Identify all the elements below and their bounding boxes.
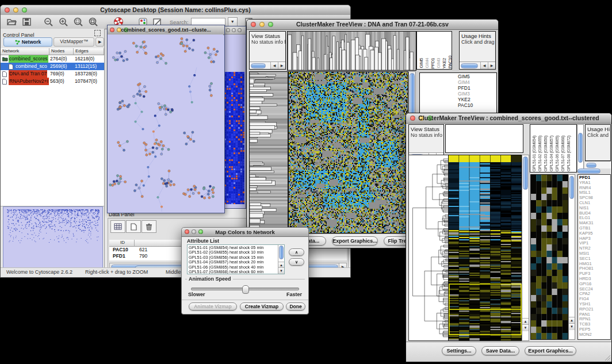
zoom-out-icon[interactable] <box>42 16 55 28</box>
network-row-nodes: 563(0) <box>50 78 64 85</box>
network-row[interactable]: RNAPuberNov2+I563(0)107847(0) <box>1 78 104 85</box>
window-title: Cytoscape Desktop (Session Name: collins… <box>1 6 350 13</box>
status-welcome: Welcome to Cytoscape 2.6.2 <box>6 269 72 275</box>
tv2-usage-hints-text: Click and <box>587 132 610 138</box>
zoom-fit-icon[interactable] <box>87 16 100 28</box>
network-row-nodes: 2764(0) <box>50 55 67 63</box>
zoom-button[interactable] <box>238 28 242 32</box>
tv2-zoom-vscrollbar[interactable]: ▲ ▼ <box>568 174 575 340</box>
network-row[interactable]: DNA and Tran 07769(0)183728(0) <box>1 70 104 78</box>
tv2-view-status-text: No status info f <box>411 132 443 138</box>
animate-vizmap-button[interactable]: Animate Vizmap <box>189 302 237 311</box>
tv1-export-graphics-button[interactable]: Export Graphics... <box>332 236 378 246</box>
dialog-titlebar[interactable]: Map Colors to Network <box>182 228 308 237</box>
treeview2-title: ClusterMaker TreeView : combined_scores_… <box>406 114 611 121</box>
tv1-gene-label[interactable]: GIM4 <box>458 79 496 85</box>
tv2-heatmap-vscrollbar[interactable]: ▲ ▼ <box>522 155 529 341</box>
tv2-zoom-heatmap[interactable] <box>530 174 568 340</box>
tv1-gene-label[interactable]: PAC10 <box>458 102 496 108</box>
delete-attribute-button[interactable] <box>141 220 156 233</box>
network-overview-thumbnail[interactable] <box>3 206 103 269</box>
tv1-usage-hints-scrollbar[interactable]: ◀▶ <box>460 62 495 69</box>
network-row[interactable]: combined_sco2569(6)13112(15) <box>1 63 104 70</box>
faster-label: Faster <box>286 292 302 297</box>
close-button[interactable] <box>226 28 230 32</box>
table-mode-button[interactable] <box>110 220 125 233</box>
slider-thumb[interactable] <box>242 285 249 294</box>
treeview2-titlebar[interactable]: ClusterMaker TreeView : combined_scores_… <box>406 113 611 124</box>
save-icon[interactable] <box>20 16 33 28</box>
tab-vizmapper[interactable]: VizMapper™ <box>53 37 94 47</box>
network-row-nodes: 769(0) <box>50 70 64 78</box>
attribute-list-scrollbar[interactable]: ▲ ▼ <box>278 245 284 274</box>
folder-icon <box>2 56 7 62</box>
treeview1-titlebar[interactable]: ClusterMaker TreeView : DNA and Tran 07-… <box>247 20 498 30</box>
background-network-window[interactable] <box>224 26 246 209</box>
tv1-usage-hints-title: Usage Hints <box>461 33 495 39</box>
attribute-item[interactable]: GPL51-06 (GSM865) heat shock 40 min <box>189 265 277 270</box>
tv1-row-dendrogram[interactable] <box>249 71 288 233</box>
search-dropdown-button[interactable]: ▼ <box>228 17 238 27</box>
desktop-screen: Cytoscape Desktop (Session Name: collins… <box>0 0 612 364</box>
network-row-name: combined_scores <box>9 55 48 63</box>
tv2-global-heatmap[interactable] <box>448 155 522 341</box>
network-table-header[interactable]: Network Nodes Edges <box>1 48 104 55</box>
new-attribute-button[interactable] <box>126 220 141 233</box>
tv2-row-dendrogram[interactable] <box>408 155 449 341</box>
attribute-item[interactable]: GPL51-04 (GSM857) heat shock 20 min <box>189 260 277 265</box>
done-button[interactable]: Done <box>286 302 305 311</box>
tab-network[interactable]: Network <box>3 37 52 47</box>
tv2-column-labels-scrollbar[interactable] <box>577 124 584 173</box>
treeview2-window: ClusterMaker TreeView : combined_scores_… <box>406 113 612 362</box>
tv1-column-dendrogram[interactable] <box>287 31 416 71</box>
tv1-gene-label[interactable]: GIM3 <box>458 91 496 97</box>
tv1-view-status-scrollbar[interactable]: ◀▶ <box>250 62 285 69</box>
tv1-rotated-labels: GIM5GIM4PFD1GIM3YKE2PAC10 <box>416 31 452 70</box>
tv1-gene-label[interactable]: PFD1 <box>458 85 496 91</box>
cytoscape-titlebar[interactable]: Cytoscape Desktop (Session Name: collins… <box>1 5 350 16</box>
zoom-selected-icon[interactable] <box>72 16 85 28</box>
attribute-list[interactable]: GPL51-01 (GSM854) heat shock 05 minGPL51… <box>187 244 285 274</box>
tv2-save-data-button[interactable]: Save Data... <box>481 346 519 355</box>
data-row-value: 790 <box>139 253 147 259</box>
dense-network-canvas[interactable] <box>224 72 244 204</box>
control-panel: Control Panel Network VizMapper™ ▶ Netwo… <box>1 29 105 268</box>
animation-speed-slider[interactable] <box>191 288 299 290</box>
tv1-gene-label[interactable]: YKE2 <box>458 97 496 102</box>
create-vizmap-button[interactable]: Create Vizmap <box>240 302 284 311</box>
zoom-in-icon[interactable] <box>57 16 70 28</box>
file-icon <box>2 71 7 76</box>
open-folder-icon[interactable] <box>5 16 18 28</box>
minimize-button[interactable] <box>232 28 236 32</box>
tv1-view-status-panel: View Status No status info f ◀▶ <box>249 31 286 70</box>
network-row-edges: 16218(0) <box>75 55 94 63</box>
tv1-view-status-title: View Status <box>251 33 285 39</box>
attribute-item[interactable]: GPL51-01 (GSM854) heat shock 05 min <box>189 246 277 250</box>
attribute-item[interactable]: GPL51-03 (GSM856) heat shock 15 min <box>189 255 277 260</box>
network-row-nodes: 2569(6) <box>50 63 67 70</box>
tv2-column-dendrogram[interactable] <box>445 124 523 153</box>
network-canvas[interactable] <box>108 35 223 212</box>
float-panel-icon[interactable] <box>94 30 101 36</box>
tv2-column-label: GPL51-08 (GSM872) <box>566 136 571 171</box>
network-view-window: combined_scores_good.txt--cluste... <box>107 25 225 213</box>
attribute-item[interactable]: GPL51-07 (GSM868) heat shock 60 min <box>189 270 277 274</box>
network-view-titlebar[interactable]: combined_scores_good.txt--cluste... <box>108 25 224 35</box>
tv2-gene-list-hscrollbar[interactable] <box>577 168 600 174</box>
tv2-export-graphics-button[interactable]: Export Graphics... <box>525 346 576 355</box>
tv2-settings-button[interactable]: Settings... <box>442 346 476 355</box>
slower-label: Slower <box>188 292 205 297</box>
tv2-gene-label[interactable]: MON2 <box>579 332 610 338</box>
resize-grip[interactable] <box>603 354 611 361</box>
attribute-item[interactable]: GPL51-02 (GSM855) heat shock 10 min <box>189 250 277 255</box>
trash-icon <box>146 223 152 231</box>
tv1-global-heatmap[interactable] <box>288 71 408 233</box>
move-up-button[interactable]: ∧ <box>289 248 304 256</box>
tv1-gene-label[interactable]: GIM5 <box>458 74 496 79</box>
move-down-button[interactable]: ∨ <box>289 258 304 266</box>
tab-overflow-arrow[interactable]: ▶ <box>95 37 104 47</box>
tv1-rotated-gene-label: YKE2 <box>442 58 447 68</box>
network-row-edges: 183728(0) <box>75 70 97 78</box>
tv2-usage-hints-scrollbar[interactable] <box>585 161 611 168</box>
network-row[interactable]: combined_scores2764(0)16218(0) <box>1 55 104 63</box>
